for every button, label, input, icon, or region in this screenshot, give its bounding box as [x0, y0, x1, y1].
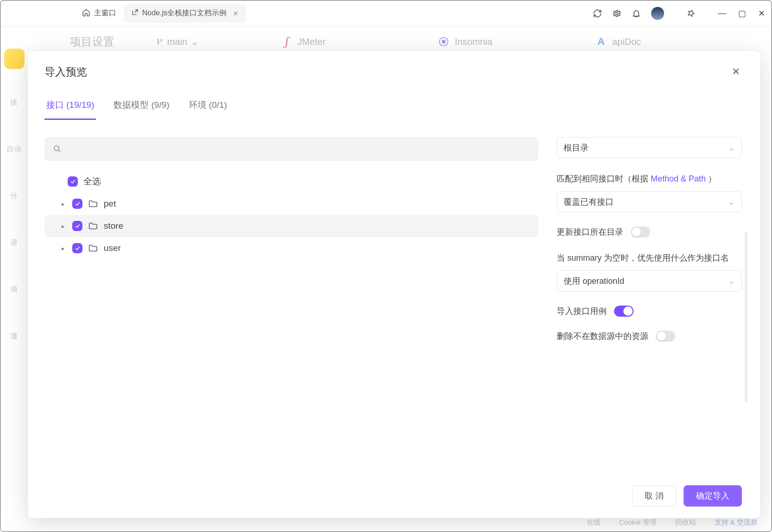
checkbox-checked[interactable]	[72, 243, 82, 253]
tab-interfaces[interactable]: 接口 (19/19)	[44, 99, 96, 120]
summary-fallback-select[interactable]: 使用 operationId ⌄	[557, 270, 742, 292]
chevron-right-icon[interactable]: ▸	[59, 200, 67, 207]
settings-panel: 根目录 ⌄ 匹配到相同接口时（根据 Method & Path ） 覆盖已有接口…	[557, 137, 747, 474]
select-all-label: 全选	[83, 175, 101, 188]
modal-overlay: 导入预览 ✕ 接口 (19/19) 数据模型 (9/9) 环境 (0/1)	[0, 0, 772, 532]
checkbox-checked[interactable]	[72, 221, 82, 231]
match-strategy-select[interactable]: 覆盖已有接口 ⌄	[557, 191, 742, 213]
checkbox-checked[interactable]	[68, 176, 78, 187]
chevron-right-icon[interactable]: ▸	[59, 222, 67, 230]
delete-absent-label: 删除不在数据源中的资源	[557, 331, 648, 342]
tree-folder-user[interactable]: ▸ user	[44, 237, 538, 259]
folder-icon	[88, 221, 98, 231]
cancel-button[interactable]: 取 消	[632, 485, 676, 507]
select-value: 根目录	[564, 142, 589, 153]
search-input[interactable]	[67, 145, 530, 153]
modal-footer: 取 消 确定导入	[28, 474, 760, 518]
folder-icon	[88, 199, 98, 209]
method-path-link[interactable]: Method & Path	[651, 174, 706, 183]
import-preview-modal: 导入预览 ✕ 接口 (19/19) 数据模型 (9/9) 环境 (0/1)	[28, 51, 760, 518]
root-directory-select[interactable]: 根目录 ⌄	[557, 137, 742, 158]
summary-fallback-label: 当 summary 为空时，优先使用什么作为接口名	[557, 251, 742, 265]
update-directory-toggle[interactable]	[631, 226, 650, 238]
folder-tree: ▸ 全选 ▸	[44, 170, 538, 259]
tree-folder-pet[interactable]: ▸ pet	[44, 193, 538, 215]
import-cases-label: 导入接口用例	[557, 306, 607, 317]
select-value: 使用 operationId	[564, 275, 624, 287]
search-icon	[53, 144, 61, 154]
tree-folder-store[interactable]: ▸ store	[44, 215, 538, 237]
folder-label: pet	[104, 199, 116, 209]
modal-title: 导入预览	[44, 65, 87, 79]
modal-tabs: 接口 (19/19) 数据模型 (9/9) 环境 (0/1)	[28, 83, 760, 120]
delete-absent-toggle[interactable]	[656, 331, 675, 342]
checkbox-checked[interactable]	[72, 199, 82, 209]
tab-environments[interactable]: 环境 (0/1)	[187, 99, 229, 120]
chevron-down-icon: ⌄	[728, 276, 735, 286]
tab-data-models[interactable]: 数据模型 (9/9)	[112, 99, 171, 120]
scrollbar[interactable]	[745, 232, 747, 402]
confirm-import-button[interactable]: 确定导入	[684, 485, 742, 507]
chevron-down-icon: ⌄	[728, 143, 735, 153]
folder-icon	[88, 243, 98, 253]
import-cases-toggle[interactable]	[614, 306, 634, 317]
folder-label: user	[104, 243, 121, 253]
folder-label: store	[104, 221, 123, 231]
chevron-down-icon: ⌄	[728, 197, 735, 207]
modal-close-button[interactable]: ✕	[728, 64, 744, 80]
search-box[interactable]	[44, 137, 538, 161]
chevron-right-icon[interactable]: ▸	[59, 244, 67, 252]
update-directory-label: 更新接口所在目录	[557, 226, 623, 238]
match-strategy-label: 匹配到相同接口时（根据 Method & Path ）	[557, 172, 742, 186]
tree-select-all[interactable]: ▸ 全选	[44, 170, 538, 193]
select-value: 覆盖已有接口	[564, 196, 614, 207]
tree-panel: ▸ 全选 ▸	[44, 137, 538, 474]
